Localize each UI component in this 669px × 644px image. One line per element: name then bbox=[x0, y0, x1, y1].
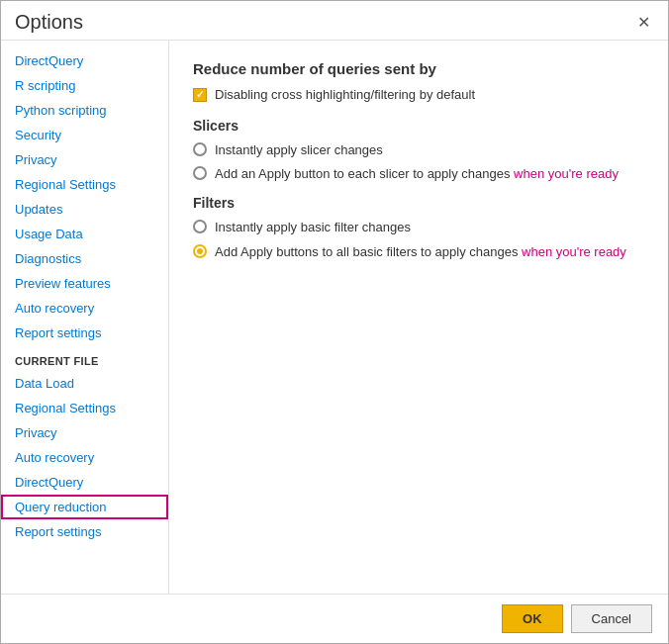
sidebar-item-privacy[interactable]: Privacy bbox=[1, 147, 168, 172]
filters-radio-group: Instantly apply basic filter changes Add… bbox=[193, 219, 644, 260]
dialog-body: DirectQueryR scriptingPython scriptingSe… bbox=[1, 40, 668, 594]
slicer-radio-1[interactable] bbox=[193, 142, 207, 156]
sidebar-item-preview-features[interactable]: Preview features bbox=[1, 271, 168, 296]
cancel-button[interactable]: Cancel bbox=[571, 604, 652, 633]
sidebar-item-regional-settings[interactable]: Regional Settings bbox=[1, 172, 168, 197]
sidebar-item-cf-regional-settings[interactable]: Regional Settings bbox=[1, 396, 168, 420]
filter-radio-1[interactable] bbox=[193, 220, 207, 233]
slicer-option-1[interactable]: Instantly apply slicer changes bbox=[193, 141, 644, 159]
options-dialog: Options ✕ DirectQueryR scriptingPython s… bbox=[0, 0, 669, 644]
global-nav: DirectQueryR scriptingPython scriptingSe… bbox=[1, 48, 168, 345]
filter-option-1[interactable]: Instantly apply basic filter changes bbox=[193, 219, 644, 236]
main-heading: Reduce number of queries sent by bbox=[193, 60, 644, 77]
slicers-heading: Slicers bbox=[193, 118, 644, 134]
close-button[interactable]: ✕ bbox=[633, 11, 654, 34]
filter-radio-2[interactable] bbox=[193, 244, 207, 258]
cross-highlight-label: Disabling cross highlighting/filtering b… bbox=[215, 87, 475, 102]
sidebar-item-auto-recovery[interactable]: Auto recovery bbox=[1, 296, 168, 321]
slicer-highlight: when you're ready bbox=[514, 166, 619, 181]
filters-heading: Filters bbox=[193, 195, 644, 211]
cross-highlight-checkbox[interactable] bbox=[193, 88, 207, 102]
filter-label-1: Instantly apply basic filter changes bbox=[215, 219, 411, 236]
sidebar-item-cf-auto-recovery[interactable]: Auto recovery bbox=[1, 445, 168, 470]
sidebar-item-r-scripting[interactable]: R scripting bbox=[1, 73, 168, 98]
sidebar-item-cf-report-settings[interactable]: Report settings bbox=[1, 519, 168, 544]
sidebar-item-data-load[interactable]: Data Load bbox=[1, 371, 168, 396]
current-file-nav: Data LoadRegional SettingsPrivacyAuto re… bbox=[1, 371, 168, 544]
slicer-label-1: Instantly apply slicer changes bbox=[215, 141, 383, 159]
filter-option-2[interactable]: Add Apply buttons to all basic filters t… bbox=[193, 243, 644, 261]
filter-label-2: Add Apply buttons to all basic filters t… bbox=[215, 243, 626, 261]
slicer-option-2[interactable]: Add an Apply button to each slicer to ap… bbox=[193, 165, 644, 183]
dialog-footer: OK Cancel bbox=[1, 594, 668, 643]
cross-highlight-checkbox-row[interactable]: Disabling cross highlighting/filtering b… bbox=[193, 87, 644, 102]
titlebar: Options ✕ bbox=[1, 1, 668, 40]
sidebar-item-usage-data[interactable]: Usage Data bbox=[1, 222, 168, 246]
sidebar-item-cf-directquery[interactable]: DirectQuery bbox=[1, 470, 168, 495]
sidebar-item-security[interactable]: Security bbox=[1, 123, 168, 147]
sidebar-item-cf-privacy[interactable]: Privacy bbox=[1, 420, 168, 445]
filter-highlight: when you're ready bbox=[522, 244, 626, 259]
sidebar-item-diagnostics[interactable]: Diagnostics bbox=[1, 246, 168, 271]
current-file-header: CURRENT FILE bbox=[1, 345, 168, 371]
sidebar-item-python-scripting[interactable]: Python scripting bbox=[1, 98, 168, 123]
dialog-title: Options bbox=[15, 11, 83, 34]
sidebar-item-report-settings[interactable]: Report settings bbox=[1, 321, 168, 345]
slicer-radio-2[interactable] bbox=[193, 166, 207, 180]
sidebar-item-directquery[interactable]: DirectQuery bbox=[1, 48, 168, 73]
sidebar: DirectQueryR scriptingPython scriptingSe… bbox=[1, 41, 169, 594]
ok-button[interactable]: OK bbox=[502, 604, 563, 633]
slicers-radio-group: Instantly apply slicer changes Add an Ap… bbox=[193, 141, 644, 183]
sidebar-scroll[interactable]: DirectQueryR scriptingPython scriptingSe… bbox=[1, 41, 168, 594]
sidebar-item-updates[interactable]: Updates bbox=[1, 197, 168, 222]
slicer-label-2: Add an Apply button to each slicer to ap… bbox=[215, 165, 619, 183]
main-content: Reduce number of queries sent by Disabli… bbox=[169, 41, 668, 594]
sidebar-item-query-reduction[interactable]: Query reduction bbox=[1, 495, 168, 519]
